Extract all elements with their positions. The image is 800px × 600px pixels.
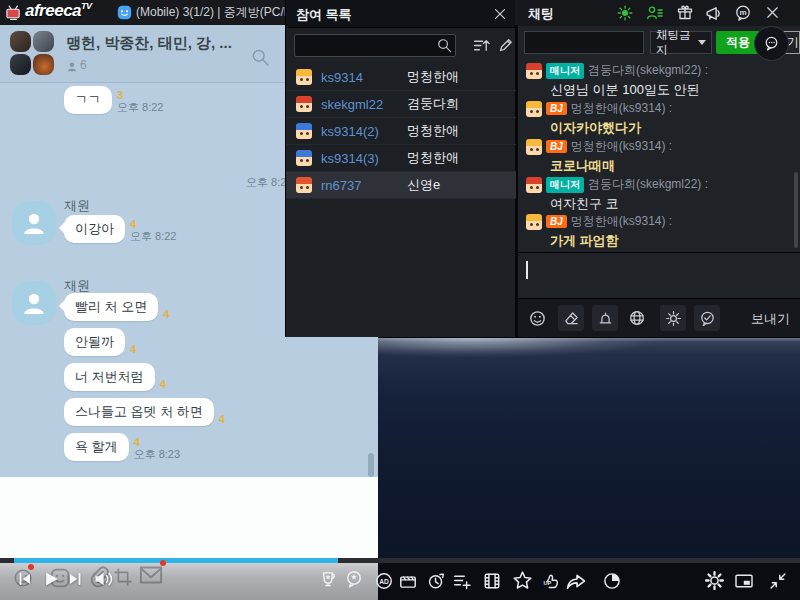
avatar[interactable] bbox=[12, 201, 56, 245]
avatar[interactable] bbox=[12, 281, 56, 325]
person-icon bbox=[19, 208, 49, 238]
emoticon-icon[interactable] bbox=[528, 309, 547, 328]
crown-avatar-icon bbox=[526, 101, 542, 117]
bj-badge: BJ bbox=[546, 140, 567, 153]
chat-ban-input[interactable] bbox=[524, 31, 644, 54]
member-avatar bbox=[10, 31, 31, 52]
members-icon bbox=[66, 61, 78, 73]
participants-title: 참여 목록 bbox=[296, 6, 352, 24]
participant-id: ks9314 bbox=[321, 70, 407, 85]
alert-button[interactable] bbox=[592, 305, 618, 331]
playlist-add-icon[interactable] bbox=[452, 571, 472, 591]
close-icon[interactable] bbox=[764, 4, 781, 21]
message-row: 안될까 4 bbox=[64, 328, 136, 356]
ghost-capture-icon bbox=[112, 566, 134, 588]
unread-count: 3 bbox=[117, 89, 123, 101]
unread-count: 4 bbox=[134, 436, 140, 448]
pen-icon[interactable] bbox=[497, 36, 515, 54]
chat-bubble: 너 저번처럼 bbox=[64, 363, 155, 391]
close-icon[interactable] bbox=[492, 6, 508, 22]
member-avatar bbox=[10, 54, 31, 75]
up-vote-icon[interactable]: UP bbox=[540, 571, 560, 591]
blue-cap-avatar-icon bbox=[296, 150, 312, 166]
viewer-list-icon[interactable] bbox=[646, 4, 664, 22]
clear-chat-button[interactable] bbox=[558, 305, 584, 331]
manager-badge: 매니저 bbox=[546, 177, 584, 193]
settings-gear-icon[interactable] bbox=[704, 570, 725, 591]
blue-cap-avatar-icon bbox=[296, 123, 312, 139]
volume-icon[interactable] bbox=[92, 568, 114, 590]
chat-message: 매니저 겸둥다희(skekgml22) : 신영님 이분 100일도 안된 bbox=[526, 62, 790, 99]
message-row: 욕 할게 4 오후 8:23 bbox=[64, 433, 180, 461]
message-time: 오후 8:23 bbox=[134, 448, 180, 460]
chat-user[interactable]: 겸둥다희(skekgml22) : bbox=[588, 62, 708, 79]
share-icon[interactable] bbox=[564, 569, 587, 592]
message-time: 오후 8:22 bbox=[130, 230, 176, 242]
participant-row[interactable]: ks9314 멍청한애 bbox=[286, 64, 516, 91]
play-button[interactable] bbox=[40, 568, 62, 590]
chat-title: 채팅 bbox=[528, 5, 554, 23]
chat-settings-button[interactable] bbox=[660, 305, 686, 331]
memo-chat-icon[interactable]: m bbox=[734, 4, 752, 22]
chat-user[interactable]: 겸둥다희(skekgml22) : bbox=[588, 176, 708, 193]
favorite-star-icon[interactable] bbox=[512, 570, 533, 591]
participant-row[interactable]: ks9314(2) 멍청한애 bbox=[286, 118, 516, 145]
star-cup-icon[interactable] bbox=[318, 569, 338, 589]
chat-titlebar: 채팅 m bbox=[518, 0, 800, 26]
participant-id: skekgml22 bbox=[321, 97, 407, 112]
chat-scrollbar[interactable] bbox=[794, 172, 798, 248]
unread-count: 4 bbox=[163, 308, 169, 320]
gift-icon[interactable] bbox=[676, 4, 694, 22]
chat-message-input[interactable] bbox=[518, 252, 800, 298]
chat-message: 매니저 겸둥다희(skekgml22) : 여자친구 코 bbox=[526, 176, 790, 213]
participants-search-row bbox=[286, 27, 515, 64]
kakao-scrollbar[interactable] bbox=[368, 453, 374, 477]
brightness-icon[interactable] bbox=[616, 4, 634, 22]
participant-search-input[interactable] bbox=[294, 34, 456, 57]
siren-icon bbox=[597, 310, 614, 327]
seek-bar[interactable] bbox=[0, 558, 800, 563]
chat-toolbar: 보내기 bbox=[518, 298, 800, 337]
unread-count: 4 bbox=[160, 378, 166, 390]
ghost-mail-icon bbox=[138, 562, 164, 588]
confirm-chat-button[interactable] bbox=[694, 305, 720, 331]
member-avatar bbox=[33, 31, 54, 52]
previous-button[interactable] bbox=[16, 570, 34, 588]
search-icon[interactable] bbox=[436, 37, 453, 54]
globe-icon[interactable] bbox=[628, 309, 646, 327]
ad-icon[interactable]: AD bbox=[374, 571, 394, 591]
manager-badge: 매니저 bbox=[546, 63, 584, 79]
next-button[interactable] bbox=[66, 570, 84, 588]
chat-panel: 채팅 m bbox=[518, 0, 800, 337]
replay-icon[interactable] bbox=[426, 571, 446, 591]
search-icon[interactable] bbox=[250, 47, 271, 68]
mini-player-icon[interactable] bbox=[732, 571, 756, 591]
stats-pie-icon[interactable] bbox=[602, 571, 622, 591]
participant-row[interactable]: ks9314(3) 멍청한애 bbox=[286, 145, 516, 172]
sort-icon[interactable] bbox=[472, 36, 491, 55]
message-row: ㄱㄱ 3 오후 8:22 bbox=[64, 86, 163, 114]
chat-user[interactable]: 멍청한애(ks9314) : bbox=[571, 100, 672, 117]
participant-nick: 멍청한애 bbox=[407, 122, 459, 140]
chat-user[interactable]: 멍청한애(ks9314) : bbox=[571, 138, 672, 155]
ban-type-select[interactable]: 채팅금지 bbox=[650, 31, 712, 54]
message-time: 오후 8:2 bbox=[246, 175, 286, 190]
star-balloon-icon[interactable] bbox=[344, 569, 364, 589]
window-title: (Mobile) 3(1/2) | 중계방(PC/M bbox=[136, 0, 294, 25]
participants-panel: 참여 목록 ks9314 멍청한애 skekgml22 겸둥다희 bbox=[285, 0, 515, 337]
message-row: 스나들고 옵뎃 처 하면 4 bbox=[64, 398, 225, 426]
collapse-icon[interactable] bbox=[768, 571, 788, 591]
kakao-input-area[interactable] bbox=[0, 477, 378, 558]
check-bubble-icon bbox=[699, 310, 716, 327]
vod-clip-icon[interactable] bbox=[398, 571, 418, 591]
chat-user[interactable]: 멍청한애(ks9314) : bbox=[571, 213, 672, 230]
member-avatar bbox=[33, 54, 54, 75]
megaphone-icon[interactable] bbox=[704, 4, 723, 23]
film-icon[interactable] bbox=[482, 571, 502, 591]
kakao-room-title: 맹헌, 박종찬, 태민, 강, ... bbox=[66, 34, 232, 53]
send-button[interactable]: 보내기 bbox=[751, 310, 790, 328]
chat-bubble-overlay-button[interactable] bbox=[754, 26, 789, 61]
participant-row-selected[interactable]: rn6737 신영e bbox=[286, 172, 516, 199]
chat-text: 이자카야했다가 bbox=[550, 119, 790, 137]
participant-row[interactable]: skekgml22 겸둥다희 bbox=[286, 91, 516, 118]
